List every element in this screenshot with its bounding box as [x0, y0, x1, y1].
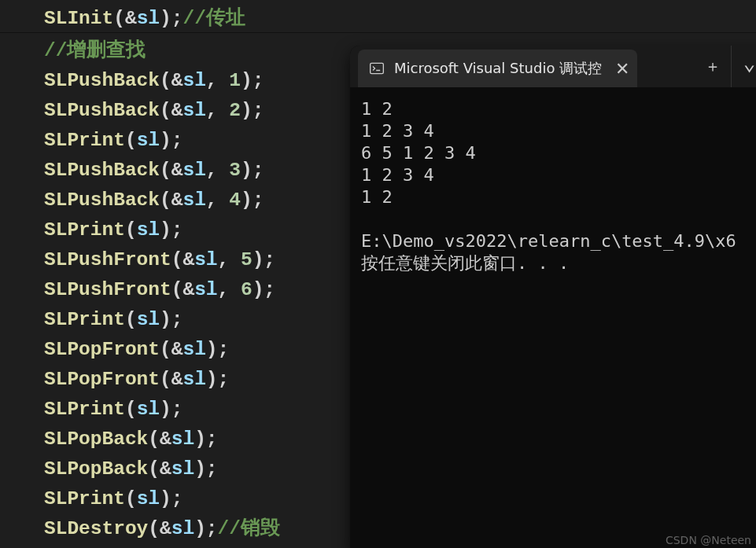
code-token: );: [194, 428, 217, 450]
code-token: &: [171, 339, 183, 360]
code-token: sl: [137, 219, 160, 241]
code-token: sl: [183, 160, 205, 181]
code-token: SLInit: [44, 8, 113, 29]
code-token: SLPopBack: [44, 428, 148, 450]
code-token: ,: [206, 100, 229, 121]
code-token: sl: [171, 428, 194, 450]
code-token: SLPushFront: [44, 249, 171, 270]
code-token: sl: [137, 8, 160, 29]
code-token: ,: [206, 160, 229, 181]
code-token: SLPushFront: [44, 279, 171, 300]
code-token: SLPopFront: [44, 369, 160, 390]
tab-dropdown-button[interactable]: ⌄: [731, 46, 756, 87]
code-token: (: [113, 8, 125, 29]
code-token: );: [194, 458, 217, 480]
code-token: (: [160, 369, 171, 390]
code-token: ,: [218, 249, 241, 270]
code-token: (: [171, 279, 183, 300]
code-token: (: [125, 309, 137, 330]
code-token: 5: [241, 249, 253, 270]
code-token: (: [148, 458, 160, 480]
code-token: (: [125, 130, 137, 151]
code-token: 6: [241, 279, 253, 300]
code-token: (: [160, 70, 171, 91]
plus-icon: ＋: [705, 56, 721, 77]
svg-rect-0: [371, 63, 384, 73]
code-token: sl: [183, 339, 205, 360]
code-token: (: [148, 518, 160, 539]
code-token: sl: [183, 100, 205, 121]
code-token: 1: [229, 70, 241, 91]
code-token: );: [160, 8, 183, 29]
code-token: &: [171, 369, 183, 390]
code-token: &: [171, 189, 183, 211]
code-token: 2: [229, 100, 241, 121]
watermark: CSDN @Neteen: [666, 534, 751, 546]
code-token: );: [160, 309, 183, 330]
code-token: SLDestroy: [44, 518, 148, 539]
code-token: (: [125, 488, 137, 509]
terminal-titlebar: Microsoft Visual Studio 调试控 ✕ ＋ ⌄: [350, 46, 756, 87]
editor-top-bar: SLInit(&sl);//传址: [0, 0, 756, 33]
code-token: sl: [137, 399, 160, 420]
code-token: SLPushBack: [44, 189, 160, 211]
code-token: SLPopFront: [44, 339, 160, 360]
code-token: &: [125, 8, 137, 29]
terminal-tab[interactable]: Microsoft Visual Studio 调试控 ✕: [358, 50, 637, 87]
code-token: SLPrint: [44, 309, 125, 330]
code-token: );: [241, 160, 264, 181]
code-token: sl: [137, 488, 160, 509]
code-token: );: [160, 488, 183, 509]
code-token: );: [241, 70, 264, 91]
code-token: SLPrint: [44, 130, 125, 151]
code-token: (: [160, 100, 171, 121]
terminal-output[interactable]: 1 2 1 2 3 4 6 5 1 2 3 4 1 2 3 4 1 2 E:\D…: [350, 87, 756, 285]
code-token: &: [160, 518, 171, 539]
code-token: );: [206, 369, 229, 390]
code-token: SLPushBack: [44, 100, 160, 121]
code-token: &: [160, 458, 171, 480]
code-token: SLPrint: [44, 399, 125, 420]
code-token: SLPushBack: [44, 160, 160, 181]
code-token: //传址: [183, 8, 245, 29]
code-token: sl: [137, 130, 160, 151]
code-token: (: [125, 399, 137, 420]
code-token: sl: [183, 369, 205, 390]
code-token: (: [160, 189, 171, 211]
code-token: &: [160, 428, 171, 450]
code-token: );: [241, 100, 264, 121]
code-token: sl: [194, 279, 217, 300]
code-token: );: [253, 279, 275, 300]
code-token: );: [160, 399, 183, 420]
code-token: );: [206, 339, 229, 360]
code-token: (: [125, 219, 137, 241]
code-token: );: [241, 189, 264, 211]
new-tab-button[interactable]: ＋: [695, 46, 731, 87]
code-token: );: [194, 518, 217, 539]
code-token: &: [183, 279, 194, 300]
code-token: &: [183, 249, 194, 270]
code-token: sl: [171, 518, 194, 539]
code-token: SLPushBack: [44, 70, 160, 91]
terminal-tab-title: Microsoft Visual Studio 调试控: [394, 59, 606, 78]
code-token: );: [160, 130, 183, 151]
code-token: sl: [171, 458, 194, 480]
code-token: (: [148, 428, 160, 450]
code-token: sl: [183, 70, 205, 91]
code-token: (: [171, 249, 183, 270]
chevron-down-icon: ⌄: [743, 51, 756, 76]
code-token: ,: [218, 279, 241, 300]
code-token: &: [171, 100, 183, 121]
code-token: &: [171, 70, 183, 91]
code-token: SLPrint: [44, 219, 125, 241]
code-token: sl: [194, 249, 217, 270]
code-token: ,: [206, 70, 229, 91]
code-token: );: [160, 219, 183, 241]
code-token: SLPrint: [44, 488, 125, 509]
code-line[interactable]: SLInit(&sl);//传址: [44, 4, 756, 34]
code-token: 4: [229, 189, 241, 211]
terminal-icon: [369, 61, 385, 76]
code-token: );: [253, 249, 275, 270]
close-icon[interactable]: ✕: [615, 59, 629, 79]
code-token: &: [171, 160, 183, 181]
